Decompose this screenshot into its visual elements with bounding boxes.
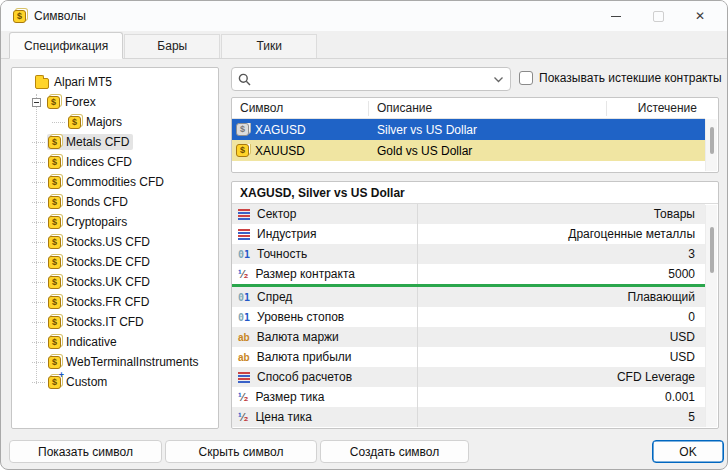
- spec-row-уровень-стопов[interactable]: 01Уровень стопов0: [232, 307, 705, 327]
- tree-item-forex[interactable]: Forex: [12, 92, 218, 112]
- column-header-описание[interactable]: Описание: [369, 101, 607, 116]
- window-title: Символы: [34, 9, 595, 23]
- fraction-half-icon: ¹⁄₂: [238, 269, 248, 280]
- spec-row-валюта-маржи[interactable]: abВалюта маржиUSD: [232, 327, 705, 347]
- tree-connector: [32, 222, 45, 223]
- tree-item-hit[interactable]: WebTerminalInstruments: [47, 354, 203, 370]
- close-icon[interactable]: [679, 1, 721, 31]
- tree-item-hit[interactable]: Commodities CFD: [47, 174, 168, 190]
- show-symbol-button[interactable]: Показать символ: [9, 440, 162, 463]
- symbol-coin-icon-gray: [236, 123, 249, 136]
- spec-label: Спред: [257, 290, 292, 304]
- tree-item-hit[interactable]: Majors: [67, 114, 126, 130]
- spec-label-cell: abВалюта прибыли: [232, 347, 418, 367]
- tree-item-custom[interactable]: Custom: [12, 372, 218, 392]
- tree-connector: [32, 142, 45, 143]
- tree-item-bonds-cfd[interactable]: Bonds CFD: [12, 192, 218, 212]
- tree-item-alpari-mt5[interactable]: Alpari MT5: [12, 72, 218, 92]
- instrument-group-icon: [48, 356, 61, 369]
- tree-item-majors[interactable]: Majors: [12, 112, 218, 132]
- symbols-table-body: XAGUSDSilver vs US DollarXAUUSDGold vs U…: [232, 119, 718, 161]
- tree-item-label: Stocks.FR CFD: [66, 295, 149, 309]
- spec-label-cell: 01Уровень стопов: [232, 307, 418, 327]
- checkbox-box[interactable]: [519, 71, 533, 85]
- tree-item-hit[interactable]: Stocks.UK CFD: [47, 274, 154, 290]
- tree-item-label: Stocks.IT CFD: [66, 315, 144, 329]
- spec-row-размер-тика[interactable]: ¹⁄₂Размер тика0.001: [232, 387, 705, 407]
- tree-item-hit[interactable]: Stocks.IT CFD: [47, 314, 148, 330]
- sector-lines-icon: [238, 372, 250, 383]
- spec-row-сектор[interactable]: СекторТовары: [232, 204, 705, 224]
- collapse-expander-icon[interactable]: [32, 98, 41, 107]
- tree-item-indices-cfd[interactable]: Indices CFD: [12, 152, 218, 172]
- chevron-down-icon[interactable]: [493, 76, 504, 83]
- spec-value: USD: [418, 350, 705, 364]
- tree-item-label: Stocks.DE CFD: [66, 255, 150, 269]
- tree-item-label: Commodities CFD: [66, 175, 164, 189]
- specification-scrollbar[interactable]: [705, 205, 717, 427]
- tree-item-stocks-us-cfd[interactable]: Stocks.US CFD: [12, 232, 218, 252]
- tree-connector: [32, 182, 45, 183]
- symbol-row-xauusd[interactable]: XAUUSDGold vs US Dollar: [232, 140, 705, 161]
- letters-ab-icon: ab: [238, 352, 250, 363]
- spec-row-цена-тика[interactable]: ¹⁄₂Цена тика5: [232, 407, 705, 427]
- column-header-истечение[interactable]: Истечение: [607, 101, 705, 116]
- tree-item-hit[interactable]: Bonds CFD: [47, 194, 132, 210]
- tree-item-hit[interactable]: Metals CFD: [47, 134, 133, 150]
- spec-row-спред[interactable]: 01СпредПлавающий: [232, 287, 705, 307]
- tree-item-label: Alpari MT5: [54, 75, 112, 89]
- tree-item-indicative[interactable]: Indicative: [12, 332, 218, 352]
- instrument-group-icon: [48, 296, 61, 309]
- fraction-half-icon: ¹⁄₂: [238, 412, 248, 423]
- tree-connector: [32, 262, 45, 263]
- tree-item-hit[interactable]: Stocks.DE CFD: [47, 254, 154, 270]
- tree-item-hit[interactable]: Indices CFD: [47, 154, 136, 170]
- tab-бары[interactable]: Бары: [124, 34, 220, 58]
- scrollbar-thumb[interactable]: [710, 127, 714, 154]
- spec-label: Индустрия: [257, 227, 317, 241]
- spec-label-cell: ¹⁄₂Размер контракта: [232, 264, 418, 284]
- create-symbol-button[interactable]: Создать символ: [320, 440, 469, 463]
- tree-item-hit[interactable]: Stocks.US CFD: [47, 234, 154, 250]
- instrument-group-icon: [48, 196, 61, 209]
- spec-row-способ-расчетов[interactable]: Способ расчетовCFD Leverage: [232, 367, 705, 387]
- tree-item-hit[interactable]: Cryptopairs: [47, 214, 131, 230]
- tree-item-hit[interactable]: Stocks.FR CFD: [47, 294, 153, 310]
- tree-item-hit[interactable]: Indicative: [47, 334, 121, 350]
- tree-item-hit[interactable]: Alpari MT5: [34, 74, 116, 90]
- show-expired-checkbox[interactable]: Показывать истекшие контракты: [519, 71, 722, 85]
- symbol-search-box: [231, 67, 511, 91]
- spec-row-размер-контракта[interactable]: ¹⁄₂Размер контракта5000: [232, 264, 705, 284]
- spec-row-индустрия[interactable]: ИндустрияДрагоценные металлы: [232, 224, 705, 244]
- spec-row-валюта-прибыли[interactable]: abВалюта прибылиUSD: [232, 347, 705, 367]
- spec-value: Товары: [418, 207, 705, 221]
- symbol-group-tree: Alpari MT5ForexMajorsMetals CFDIndices C…: [11, 67, 219, 429]
- tree-item-hit[interactable]: Forex: [46, 94, 100, 110]
- tree-item-webterminalinstruments[interactable]: WebTerminalInstruments: [12, 352, 218, 372]
- tree-item-stocks-de-cfd[interactable]: Stocks.DE CFD: [12, 252, 218, 272]
- tree-item-metals-cfd[interactable]: Metals CFD: [12, 132, 218, 152]
- instrument-group-icon: [48, 256, 61, 269]
- ok-button[interactable]: OK: [652, 440, 724, 463]
- tree-item-cryptopairs[interactable]: Cryptopairs: [12, 212, 218, 232]
- hide-symbol-button[interactable]: Скрыть символ: [165, 440, 317, 463]
- symbols-scrollbar[interactable]: [705, 119, 717, 171]
- tab-спецификация[interactable]: Спецификация: [9, 32, 123, 59]
- symbol-row-xagusd[interactable]: XAGUSDSilver vs US Dollar: [232, 119, 705, 140]
- symbol-search-input[interactable]: [255, 71, 489, 87]
- tree-item-label: Indicative: [66, 335, 117, 349]
- tree-item-label: Cryptopairs: [66, 215, 127, 229]
- tree-item-stocks-it-cfd[interactable]: Stocks.IT CFD: [12, 312, 218, 332]
- tree-item-label: Stocks.US CFD: [66, 235, 150, 249]
- tree-item-label: Metals CFD: [66, 135, 129, 149]
- tree-item-stocks-uk-cfd[interactable]: Stocks.UK CFD: [12, 272, 218, 292]
- tree-item-hit[interactable]: Custom: [47, 374, 111, 390]
- tab-тики[interactable]: Тики: [221, 34, 317, 58]
- spec-row-точность[interactable]: 01Точность3: [232, 244, 705, 264]
- digits-01-icon: 01: [238, 249, 250, 260]
- tree-item-stocks-fr-cfd[interactable]: Stocks.FR CFD: [12, 292, 218, 312]
- tree-item-commodities-cfd[interactable]: Commodities CFD: [12, 172, 218, 192]
- scrollbar-thumb[interactable]: [710, 227, 714, 273]
- column-header-символ[interactable]: Символ: [232, 101, 369, 116]
- minimize-icon[interactable]: [595, 1, 637, 31]
